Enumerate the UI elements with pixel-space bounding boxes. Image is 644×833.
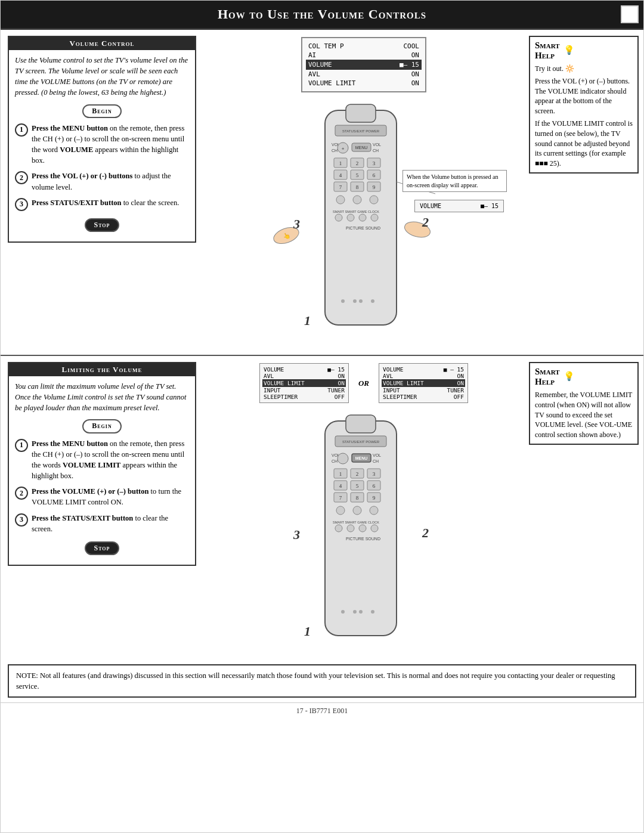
step-num-1-upper: 1 [15,123,28,137]
svg-point-84 [347,525,354,532]
svg-text:8: 8 [356,184,359,190]
svg-point-41 [359,299,363,303]
svg-text:3: 3 [293,216,300,231]
svg-text:5: 5 [356,172,359,178]
svg-text:3: 3 [293,527,300,542]
remote-upper-container: STATUS/EXIT POWER VOL CH + MENU VOL CH [268,98,459,355]
svg-point-40 [353,299,357,303]
note-text: NOTE: Not all features (and drawings) di… [16,670,628,692]
step-2-upper: 2 Press the VOL (+) or (-) buttons to ad… [15,171,189,192]
tv-lr-input: INPUTTUNER [383,387,464,394]
svg-point-42 [371,299,374,303]
limiting-volume-intro: You can limit the maximum volume level o… [15,381,189,413]
tv-row-ai: AION [308,51,419,60]
svg-text:MENU: MENU [355,145,368,150]
svg-point-56 [338,453,348,464]
svg-rect-1 [346,104,376,122]
svg-text:VOL: VOL [373,453,381,457]
svg-text:2: 2 [422,525,429,540]
limiting-volume-title: Limiting the Volume [9,363,195,376]
volume-control-title: Volume Control [9,37,195,50]
svg-text:VOL: VOL [373,143,381,147]
smart-help-lower-box: Smart Help 💡 Remember, the VOLUME LIMIT … [529,362,639,445]
svg-text:4: 4 [339,172,342,178]
svg-text:3: 3 [373,471,376,477]
svg-point-91 [371,610,374,614]
step-num-3-upper: 3 [15,198,28,211]
smart-help-upper-body3: If the VOLUME LIMIT control is turned on… [535,119,633,169]
svg-text:STATUS/EXIT   POWER: STATUS/EXIT POWER [342,440,380,444]
limiting-volume-panel: Limiting the Volume You can limit the ma… [1,356,203,659]
svg-text:2: 2 [356,160,359,166]
bulb-icon-upper: 💡 [564,45,575,55]
tv-row-coltemp: COL TEM PCOOL [308,42,419,51]
svg-point-85 [359,525,366,532]
svg-text:7: 7 [339,495,342,501]
svg-point-90 [359,610,363,614]
step-num-3-lower: 3 [15,513,28,527]
step-text-1-upper: Press the MENU button on the remote, the… [32,123,189,166]
svg-text:CH: CH [373,148,379,153]
bottom-section: Limiting the Volume You can limit the ma… [1,356,643,659]
svg-text:CH: CH [332,459,338,463]
bulb-inline: 🔆 [565,64,574,73]
tv-lr-avl: AVLON [383,373,464,379]
tv-ll-sleep: SLEEPTIMEROFF [264,394,345,400]
tv-lower-left: VOLUME■— 15 AVLON VOLUME LIMITON INPUTTU… [259,363,349,403]
volume-control-box: Volume Control Use the Volume control to… [8,36,196,243]
svg-point-32 [370,196,378,204]
page-header: How to Use the Volume Controls [1,1,643,30]
svg-text:1: 1 [339,160,342,166]
limiting-volume-box: Limiting the Volume You can limit the ma… [8,362,196,566]
smart-help-upper-body2: Press the VOL (+) or (–) buttons. The VO… [535,76,633,116]
remote-lower-container: STATUS/EXIT POWER VOL CH MENU VOL CH 1 [268,409,459,659]
step-3-upper: 3 Press STATUS/EXIT button to clear the … [15,197,189,211]
or-label: OR [358,379,369,388]
svg-point-39 [341,299,345,303]
step-text-3-lower: Press the STATUS/EXIT button to clear th… [32,513,189,534]
step-1-lower: 1 Press the MENU button on the remote, t… [15,438,189,482]
svg-point-89 [353,610,357,614]
step-num-2-upper: 2 [15,171,28,184]
begin-badge-upper: Begin [82,104,121,118]
svg-text:8: 8 [356,495,359,501]
help-label: Help [535,51,560,61]
svg-text:4: 4 [339,483,342,489]
svg-text:+: + [342,146,345,151]
svg-point-30 [336,196,345,204]
bulb-icon-lower: 💡 [564,371,575,382]
tv-lr-vol: VOLUME■ — 15 [383,366,464,373]
svg-point-31 [353,196,361,204]
tv-row-vollimit: VOLUME LIMITON [308,79,419,88]
center-lower: VOLUME■— 15 AVLON VOLUME LIMITON INPUTTU… [203,356,524,659]
tv-lr-sleep: SLEEPTIMEROFF [383,394,464,400]
tv-vol-row: VOLUME■— 15 [420,203,499,209]
svg-text:6: 6 [373,483,376,489]
svg-text:9: 9 [373,495,376,501]
center-upper: COL TEM PCOOL AION VOLUME■— 15 AVLON VOL… [203,30,524,355]
smart-help-upper-body1: Try it out. 🔆 [535,64,633,74]
svg-point-35 [347,214,354,221]
svg-text:2: 2 [422,215,429,230]
svg-text:1: 1 [304,313,311,328]
svg-point-80 [353,506,361,515]
remote-lower-svg: STATUS/EXIT POWER VOL CH MENU VOL CH 1 [268,409,459,659]
smart-help-lower-body: Remember, the VOLUME LIMIT control (when… [535,390,633,440]
volume-control-panel: Volume Control Use the Volume control to… [1,30,203,355]
svg-point-37 [371,214,378,221]
smart-label-lower: Smart [535,367,560,377]
smart-label: Smart [535,41,560,51]
step-text-1-lower: Press the MENU button on the remote, the… [32,438,189,482]
tv-menu-display: COL TEM PCOOL AION VOLUME■— 15 AVLON VOL… [301,37,426,92]
step-num-2-lower: 2 [15,487,28,500]
smart-help-lower-panel: Smart Help 💡 Remember, the VOLUME LIMIT … [524,356,643,659]
smart-help-upper-box: Smart Help 💡 Try it out. 🔆 Press the VOL… [529,36,639,174]
tv-ll-vol: VOLUME■— 15 [264,366,345,373]
svg-text:1: 1 [304,624,311,639]
svg-text:MENU: MENU [355,456,368,460]
tv-lr-vollimit-hl: VOLUME LIMITON [382,379,465,387]
svg-text:2: 2 [356,471,359,477]
limiting-volume-body: You can limit the maximum volume level o… [15,381,189,558]
smart-help-lower-title: Smart Help 💡 [535,367,633,386]
svg-text:PICTURE  SOUND: PICTURE SOUND [346,226,380,230]
